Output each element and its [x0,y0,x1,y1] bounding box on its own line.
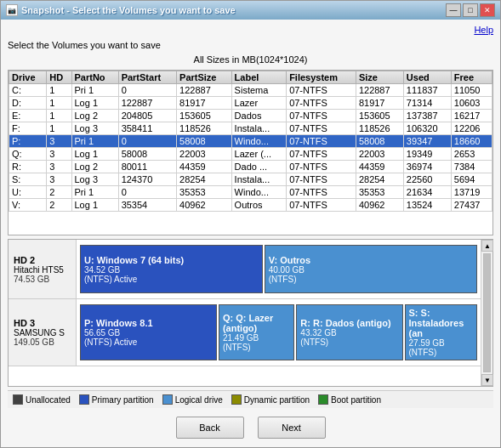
partition-block-V[interactable]: V: Outros40.00 GB(NTFS) [265,245,477,293]
table-cell-drive: P: [9,135,47,148]
window-controls: — □ ✕ [446,3,495,17]
table-cell-filesystem: 07-NTFS [287,97,356,110]
table-cell-filesystem: 07-NTFS [287,161,356,173]
part-size-label: 21.49 GB [223,333,290,343]
col-hd: HD [47,71,71,84]
disk-partitions-hd3: P: Windows 8.156.65 GB(NTFS) ActiveQ: Q:… [77,299,481,366]
table-cell-used: 19349 [403,148,451,161]
table-cell-drive: F: [9,122,47,135]
legend-label: Unallocated [26,395,71,405]
legend-item: Primary partition [79,394,154,405]
window-icon: 📷 [6,4,18,16]
table-cell-size: 122887 [356,84,403,97]
part-size-label: 27.59 GB [409,338,473,348]
legend-color-box [318,394,328,405]
table-cell-hd: 1 [47,84,71,97]
table-cell-partstart: 58008 [118,148,176,161]
table-cell-used: 111837 [403,84,451,97]
table-cell-partno: Log 1 [71,148,118,161]
table-row[interactable]: Q:3Log 15800822003Lazer (...07-NTFS22003… [9,148,492,161]
back-button[interactable]: Back [176,417,244,439]
table-row[interactable]: D:1Log 112288781917Lazer07-NTFS819177131… [9,97,492,110]
partition-block-Q[interactable]: Q: Q: Lazer (antigo)21.49 GB(NTFS) [219,304,294,360]
table-row[interactable]: F:1Log 3358411118526Instala...07-NTFS118… [9,122,492,135]
table-cell-partsize: 58008 [177,135,232,148]
table-row[interactable]: C:1Pri 10122887Sistema07-NTFS12288711183… [9,84,492,97]
disk-scrollbar[interactable]: ▲ ▼ [481,240,492,386]
help-link[interactable]: Help [474,25,493,35]
partition-block-U[interactable]: U: Windows 7 (64 bits)34.52 GB(NTFS) Act… [80,245,263,293]
table-cell-partstart: 35354 [118,199,176,212]
legend-label: Boot partition [331,395,381,405]
maximize-button[interactable]: □ [463,3,478,17]
table-cell-used: 71314 [403,97,451,110]
table-cell-drive: U: [9,186,47,199]
volumes-table-container: Drive HD PartNo PartStart PartSize Label… [8,70,493,235]
close-button[interactable]: ✕ [480,3,495,17]
table-cell-label: Sistema [231,84,287,97]
table-cell-size: 44359 [356,161,403,173]
table-cell-used: 137387 [403,110,451,122]
legend-row: UnallocatedPrimary partitionLogical driv… [8,390,493,408]
col-size: Size [356,71,403,84]
table-cell-filesystem: 07-NTFS [287,186,356,199]
legend-color-box [162,394,173,405]
table-cell-partno: Pri 1 [71,186,118,199]
part-fs-label: (NTFS) Active [84,275,259,284]
partition-block-R[interactable]: R: R: Dados (antigo)43.32 GB(NTFS) [296,304,402,360]
table-cell-hd: 3 [47,173,71,186]
table-cell-filesystem: 07-NTFS [287,84,356,97]
disk-label-hd2: HD 2Hitachi HTS574.53 GB [9,240,77,298]
col-filesystem: Filesystem [287,71,356,84]
partition-block-P[interactable]: P: Windows 8.156.65 GB(NTFS) Active [80,304,217,360]
col-label: Label [231,71,287,84]
table-row[interactable]: E:1Log 2204805153605Dados07-NTFS15360513… [9,110,492,122]
table-row[interactable]: R:3Log 28001144359Dado ...07-NTFS4435936… [9,161,492,173]
legend-label: Dynamic partition [244,395,310,405]
part-fs-label: (NTFS) Active [84,337,213,347]
part-size-label: 34.52 GB [84,265,259,275]
next-button[interactable]: Next [258,417,326,439]
table-cell-partstart: 0 [118,135,176,148]
table-cell-used: 13524 [403,199,451,212]
table-cell-partno: Log 3 [71,173,118,186]
table-row[interactable]: U:2Pri 1035353Windo...07-NTFS35353216341… [9,186,492,199]
table-cell-free: 12206 [451,122,492,135]
table-cell-drive: C: [9,84,47,97]
help-row: Help [8,25,493,35]
col-drive: Drive [9,71,47,84]
table-row[interactable]: P:3Pri 1058008Windo...07-NTFS58008393471… [9,135,492,148]
content-area: Help Select the Volumes you want to save… [1,20,500,447]
part-fs-label: (NTFS) [409,348,473,357]
table-cell-drive: E: [9,110,47,122]
legend-item: Unallocated [13,394,71,405]
table-cell-free: 5694 [451,173,492,186]
scroll-thumb[interactable] [483,253,491,372]
table-cell-filesystem: 07-NTFS [287,135,356,148]
partition-block-S[interactable]: S: S: Instaladores (an27.59 GB(NTFS) [405,304,477,360]
table-cell-hd: 1 [47,122,71,135]
legend-color-box [231,394,242,405]
table-cell-hd: 3 [47,148,71,161]
col-partstart: PartStart [118,71,176,84]
minimize-button[interactable]: — [446,3,461,17]
table-cell-size: 40962 [356,199,403,212]
legend-color-box [79,394,89,405]
scroll-up-button[interactable]: ▲ [481,240,493,252]
table-cell-partstart: 358411 [118,122,176,135]
table-header-row: Drive HD PartNo PartStart PartSize Label… [9,71,492,84]
table-cell-partno: Log 2 [71,110,118,122]
table-cell-label: Lazer [231,97,287,110]
part-drive-label: V: Outros [269,255,473,265]
table-cell-free: 18660 [451,135,492,148]
table-cell-partstart: 0 [118,186,176,199]
table-cell-hd: 2 [47,186,71,199]
table-row[interactable]: S:3Log 312437028254Instala...07-NTFS2825… [9,173,492,186]
part-size-label: 43.32 GB [300,328,398,337]
table-cell-drive: V: [9,199,47,212]
table-cell-hd: 1 [47,97,71,110]
table-cell-used: 106320 [403,122,451,135]
table-row[interactable]: V:2Log 13535440962Outros07-NTFS409621352… [9,199,492,212]
table-cell-drive: D: [9,97,47,110]
scroll-down-button[interactable]: ▼ [481,374,493,386]
